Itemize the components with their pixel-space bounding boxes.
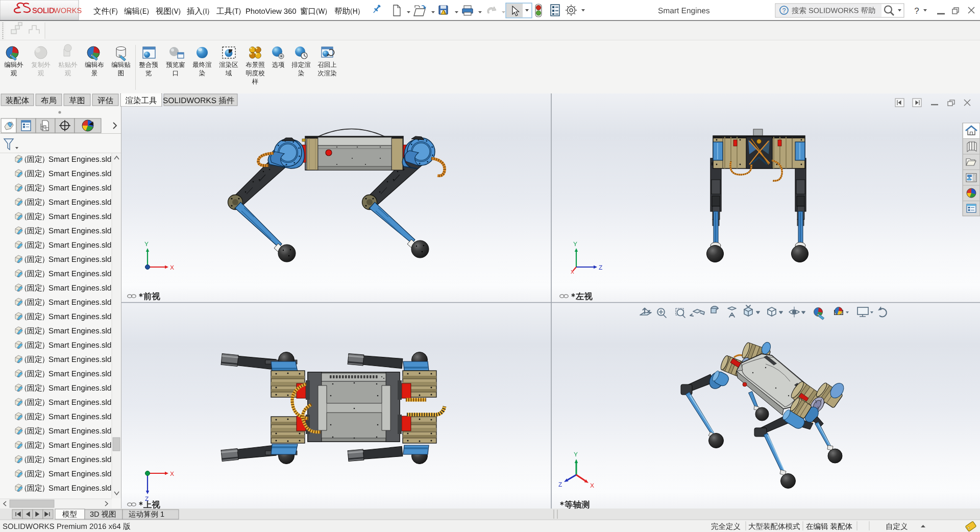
svg-text:?: ? xyxy=(782,7,786,14)
svg-text:!: ! xyxy=(444,11,445,14)
svg-text:?: ? xyxy=(914,6,919,16)
